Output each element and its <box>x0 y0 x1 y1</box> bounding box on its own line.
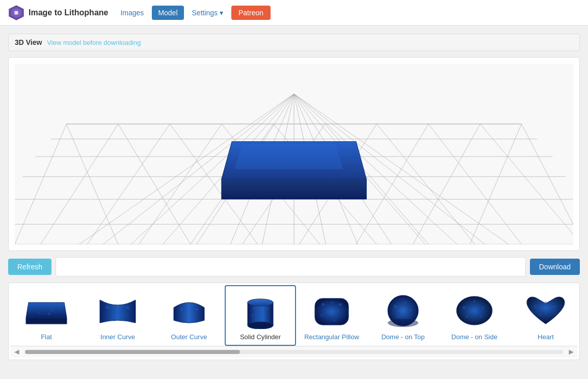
svg-point-68 <box>183 317 185 319</box>
svg-point-90 <box>397 316 399 318</box>
svg-point-97 <box>534 306 537 308</box>
progress-bar-area <box>56 257 526 276</box>
svg-point-80 <box>322 303 325 306</box>
scroll-right-arrow[interactable]: ► <box>567 347 575 357</box>
section-subtitle: View model before downloading <box>47 39 141 46</box>
model-item-dome-on-top[interactable]: Dome - on Top <box>367 285 439 346</box>
svg-point-82 <box>339 303 342 306</box>
svg-marker-52 <box>26 302 67 318</box>
section-title: 3D View <box>15 38 42 46</box>
svg-point-98 <box>545 301 547 304</box>
svg-point-87 <box>394 305 397 308</box>
svg-point-64 <box>122 314 124 316</box>
svg-point-74 <box>259 306 261 308</box>
model-item-rectangular-pillow-label: Rectangular Pillow <box>304 333 359 341</box>
svg-point-54 <box>35 307 38 310</box>
model-item-outer-curve-label: Outer Curve <box>171 333 207 341</box>
svg-point-93 <box>473 300 475 302</box>
navbar: Image to Lithophane Images Model Setting… <box>0 0 588 26</box>
svg-point-57 <box>56 305 58 307</box>
svg-point-69 <box>193 317 195 319</box>
svg-marker-50 <box>222 179 366 199</box>
svg-point-94 <box>482 307 484 309</box>
svg-point-71 <box>248 299 273 306</box>
svg-line-29 <box>87 124 170 244</box>
model-item-heart-label: Heart <box>538 333 554 341</box>
svg-point-81 <box>331 301 333 304</box>
svg-point-86 <box>388 319 418 327</box>
nav-patreon-button[interactable]: Patreon <box>231 6 271 20</box>
rectangular-pillow-model-svg <box>309 292 355 329</box>
model-item-dome-on-side-image <box>449 290 500 331</box>
svg-point-62 <box>126 306 129 309</box>
svg-line-37 <box>522 124 573 224</box>
model-item-inner-curve[interactable]: Inner Curve <box>82 285 153 346</box>
action-bar-right: Download <box>530 259 580 275</box>
svg-point-95 <box>466 316 468 318</box>
model-item-inner-curve-label: Inner Curve <box>100 333 135 341</box>
nav-settings[interactable]: Settings ▾ <box>186 6 229 20</box>
svg-point-59 <box>47 312 50 315</box>
dome-on-top-model-svg <box>380 292 426 329</box>
model-item-outer-curve[interactable]: Outer Curve <box>153 285 225 346</box>
inner-curve-model-svg <box>95 292 141 329</box>
model-item-dome-on-top-label: Dome - on Top <box>381 333 424 341</box>
model-item-solid-cylinder[interactable]: Solid Cylinder <box>225 285 296 346</box>
model-item-solid-cylinder-image <box>235 290 286 331</box>
3d-viewer[interactable] <box>8 57 580 251</box>
app-title: Image to Lithophane <box>29 8 108 17</box>
svg-point-56 <box>50 309 53 312</box>
model-item-dome-on-side[interactable]: Dome - on Side <box>439 285 510 346</box>
svg-line-36 <box>470 124 521 244</box>
svg-point-66 <box>188 302 190 305</box>
svg-line-45 <box>429 124 522 244</box>
model-item-rectangular-pillow-image <box>306 290 357 331</box>
refresh-button[interactable]: Refresh <box>8 259 51 275</box>
model-item-flat[interactable]: Flat <box>11 285 82 346</box>
nav-links: Images Model Settings ▾ Patreon <box>114 6 271 20</box>
scrollbar-thumb[interactable] <box>25 350 240 354</box>
svg-line-38 <box>66 124 118 244</box>
flat-model-svg <box>23 292 69 329</box>
solid-cylinder-model-svg <box>237 292 283 329</box>
model-item-outer-curve-image <box>164 290 215 331</box>
main-content: 3D View View model before downloading <box>0 26 588 368</box>
heart-model-svg <box>523 292 569 329</box>
svg-point-65 <box>180 308 183 311</box>
svg-point-88 <box>405 301 407 304</box>
download-button[interactable]: Download <box>530 259 580 275</box>
svg-point-75 <box>266 308 268 310</box>
svg-line-27 <box>15 124 66 244</box>
nav-model[interactable]: Model <box>152 6 183 20</box>
3d-grid <box>15 64 573 244</box>
svg-point-60 <box>106 306 109 309</box>
svg-point-89 <box>410 309 412 311</box>
svg-point-100 <box>540 314 542 316</box>
svg-point-72 <box>248 322 273 329</box>
outer-curve-model-svg <box>166 292 212 329</box>
svg-rect-2 <box>14 11 18 14</box>
model-item-heart[interactable]: Heart <box>510 285 577 346</box>
nav-images[interactable]: Images <box>114 6 150 20</box>
model-type-scroll[interactable]: Flat <box>11 285 577 346</box>
model-type-selector: Flat <box>8 283 580 360</box>
model-item-rectangular-pillow[interactable]: Rectangular Pillow <box>296 285 367 346</box>
svg-line-28 <box>41 124 118 244</box>
svg-line-44 <box>377 124 475 244</box>
model-item-dome-on-top-image <box>378 290 429 331</box>
svg-point-92 <box>463 306 466 309</box>
scroll-left-arrow[interactable]: ◄ <box>13 347 21 357</box>
app-brand[interactable]: Image to Lithophane <box>8 5 108 21</box>
svg-point-58 <box>38 312 40 314</box>
svg-line-30 <box>139 124 222 244</box>
model-item-solid-cylinder-label: Solid Cylinder <box>240 333 281 341</box>
svg-point-99 <box>553 306 555 308</box>
svg-point-76 <box>252 314 254 316</box>
svg-point-61 <box>117 311 119 313</box>
svg-point-96 <box>480 316 482 318</box>
model-item-inner-curve-image <box>92 290 143 331</box>
svg-line-46 <box>480 124 573 234</box>
action-bar: Refresh Download <box>8 257 580 276</box>
viewer-canvas <box>15 64 573 244</box>
svg-marker-53 <box>26 318 67 324</box>
